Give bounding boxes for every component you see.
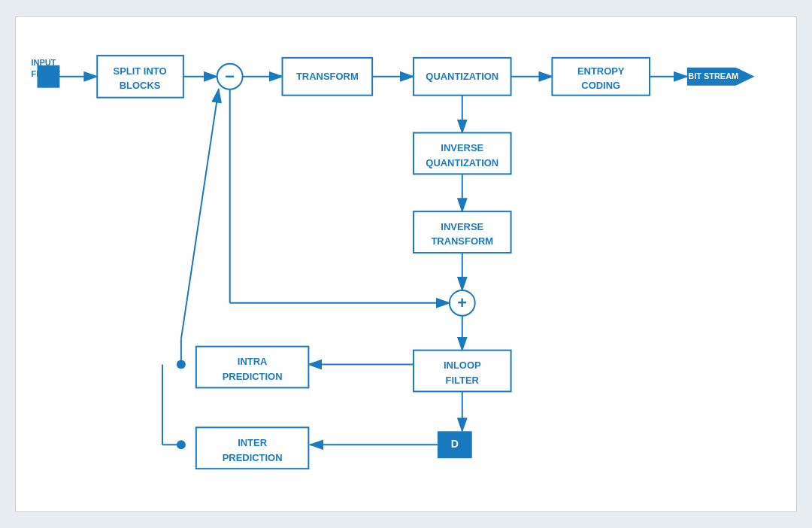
quantization-label: QUANTIZATION [426, 71, 498, 82]
entropy-coding-label1: ENTROPY [577, 65, 625, 77]
transform-label: TRANSFORM [296, 71, 359, 82]
diagram-container: SPLIT INTO BLOCKS − TRANSFORM QUANTIZATI… [15, 16, 797, 512]
inverse-quant-label2: QUANTIZATION [426, 157, 498, 168]
plus-symbol: + [457, 293, 467, 312]
intra-prediction-label2: PREDICTION [223, 371, 283, 382]
intra-prediction-label1: INTRA [238, 356, 268, 367]
input-frame-label1: INPUT [32, 58, 56, 67]
inverse-quant-label1: INVERSE [441, 142, 483, 153]
inverse-transform-label1: INVERSE [441, 221, 483, 232]
delay-label: D [451, 438, 459, 450]
inloop-filter-label1: INLOOP [444, 360, 481, 371]
inter-prediction-label2: PREDICTION [223, 452, 283, 463]
minus-symbol: − [225, 67, 235, 86]
inter-prediction-label1: INTER [238, 437, 268, 448]
bitstream-label: BIT STREAM [688, 71, 738, 80]
entropy-coding-label2: CODING [581, 80, 620, 91]
inverse-transform-label2: TRANSFORM [431, 236, 493, 247]
line-intra-to-minus [181, 90, 219, 339]
inloop-filter-label2: FILTER [446, 375, 480, 386]
split-blocks-label2: BLOCKS [120, 80, 161, 91]
split-blocks-label: SPLIT INTO [114, 65, 167, 77]
input-frame-label2: FRAME [32, 69, 61, 78]
